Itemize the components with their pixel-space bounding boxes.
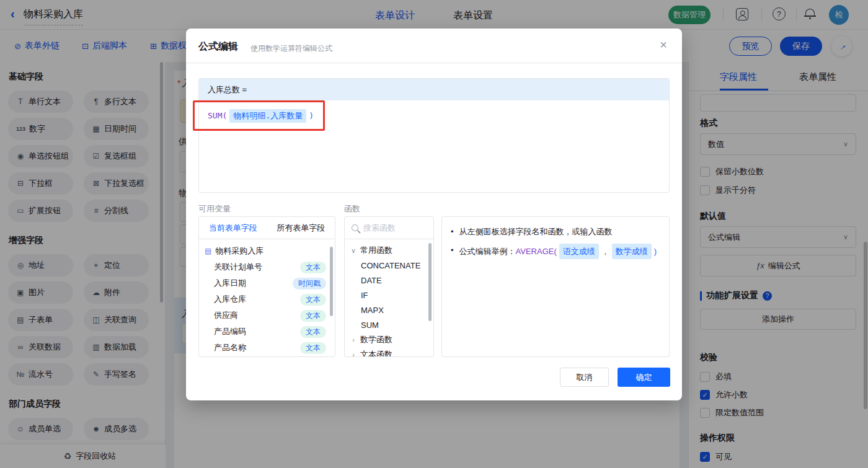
bullet: • — [451, 244, 454, 257]
functions-scrollbar[interactable] — [428, 243, 432, 321]
field-name: 入库仓库 — [214, 294, 246, 305]
variables-label: 可用变量 — [198, 203, 231, 214]
help-example: 公式编辑举例：AVERAGE(语文成绩，数学成绩) — [459, 244, 657, 259]
modal-subtitle: 使用数学运算符编辑公式 — [250, 43, 332, 54]
search-placeholder: 搜索函数 — [363, 223, 396, 234]
field-name: 关联计划单号 — [214, 262, 262, 273]
confirm-button[interactable]: 确定 — [618, 368, 670, 387]
example-token: 语文成绩 — [559, 244, 599, 259]
function-item-concatenate[interactable]: CONCATENATE — [345, 258, 433, 273]
function-group-math[interactable]: › 数学函数 — [345, 332, 433, 347]
function-group-common[interactable]: ∨ 常用函数 — [345, 243, 433, 258]
variables-tabs: 当前表单字段 所有表单字段 — [199, 217, 335, 239]
variable-field-row[interactable]: 入库仓库 文本 — [199, 291, 335, 307]
bullet: • — [451, 225, 454, 238]
variables-scrollbar[interactable] — [330, 247, 333, 316]
formula-close-paren: ) — [309, 111, 314, 120]
formula-editor: 入库总数 = SUM(物料明细.入库数量) — [198, 78, 670, 193]
chevron-right-icon: › — [350, 351, 356, 357]
function-item-mapx[interactable]: MAPX — [345, 302, 433, 317]
variables-panel: 当前表单字段 所有表单字段 ▤ 物料采购入库 关联计划单号 文本 入库日期 时间… — [198, 216, 335, 357]
group-label: 常用函数 — [360, 245, 392, 256]
example-close-paren: ) — [654, 247, 657, 256]
variable-field-row[interactable]: 入库日期 时间戳 — [199, 275, 335, 291]
function-item-sum[interactable]: SUM — [345, 317, 433, 332]
help-line-1: • 从左侧面板选择字段名和函数，或输入函数 — [451, 225, 660, 238]
function-search[interactable]: 搜索函数 — [345, 217, 433, 239]
group-label: 文本函数 — [360, 349, 392, 357]
chevron-down-icon: ∨ — [350, 247, 356, 255]
field-type-badge: 时间戳 — [293, 278, 326, 289]
formula-target: 入库总数 = — [199, 79, 669, 100]
example-token: 数学成绩 — [612, 244, 652, 259]
formula-edit-modal: 公式编辑 使用数学运算符编辑公式 × 入库总数 = SUM(物料明细.入库数量)… — [186, 29, 682, 400]
variable-field-row[interactable]: 产品名称 文本 — [199, 340, 335, 356]
field-name: 产品编码 — [214, 326, 246, 337]
example-comma: ， — [601, 247, 609, 256]
tab-current-form-fields[interactable]: 当前表单字段 — [199, 217, 267, 239]
functions-label: 函数 — [344, 203, 360, 214]
divider — [186, 63, 682, 63]
variable-field-row[interactable]: 供应商 文本 — [199, 307, 335, 324]
field-name: 供应商 — [214, 310, 238, 321]
document-icon: ▤ — [205, 247, 211, 255]
field-type-badge: 文本 — [300, 326, 326, 338]
field-type-badge: 文本 — [300, 294, 326, 306]
formula-input-area[interactable]: SUM(物料明细.入库数量) — [199, 100, 669, 131]
tab-all-form-fields[interactable]: 所有表单字段 — [267, 217, 335, 239]
modal-title: 公式编辑 — [198, 40, 238, 53]
field-name: 产品名称 — [214, 342, 246, 353]
chevron-right-icon: › — [350, 336, 356, 343]
formula-help-panel: • 从左侧面板选择字段名和函数，或输入函数 • 公式编辑举例：AVERAGE(语… — [441, 216, 670, 357]
close-icon[interactable]: × — [660, 38, 667, 51]
field-type-badge: 文本 — [300, 262, 326, 273]
function-item-date[interactable]: DATE — [345, 273, 433, 288]
field-type-badge: 文本 — [300, 310, 326, 322]
function-group-text[interactable]: › 文本函数 — [345, 347, 433, 357]
field-name: 入库日期 — [214, 278, 246, 289]
search-icon — [352, 224, 358, 231]
tree-root-label: 物料采购入库 — [215, 245, 264, 257]
field-type-badge: 文本 — [300, 342, 326, 354]
formula-target-label: 入库总数 = — [208, 84, 247, 95]
function-item-if[interactable]: IF — [345, 288, 433, 302]
help-text: 从左侧面板选择字段名和函数，或输入函数 — [459, 225, 613, 238]
functions-panel: 搜索函数 ∨ 常用函数 CONCATENATE DATE IF MAPX SUM… — [344, 216, 434, 357]
app-window: ‹ 物料采购入库 表单设计 表单设置 数据管理 ? 检 ⊘ 表单外链 ⊡ 后端脚… — [0, 0, 868, 468]
example-function: AVERAGE( — [516, 247, 557, 256]
formula-function: SUM( — [208, 111, 227, 120]
variable-field-row[interactable]: 产品编码 文本 — [199, 324, 335, 340]
variables-tree-root[interactable]: ▤ 物料采购入库 — [199, 243, 335, 259]
formula-field-token[interactable]: 物料明细.入库数量 — [229, 109, 306, 123]
cancel-button[interactable]: 取消 — [560, 368, 609, 387]
help-line-2: • 公式编辑举例：AVERAGE(语文成绩，数学成绩) — [451, 244, 660, 259]
group-label: 数学函数 — [360, 334, 392, 345]
example-prefix: 公式编辑举例： — [459, 247, 516, 256]
variable-field-row[interactable]: 关联计划单号 文本 — [199, 259, 335, 275]
